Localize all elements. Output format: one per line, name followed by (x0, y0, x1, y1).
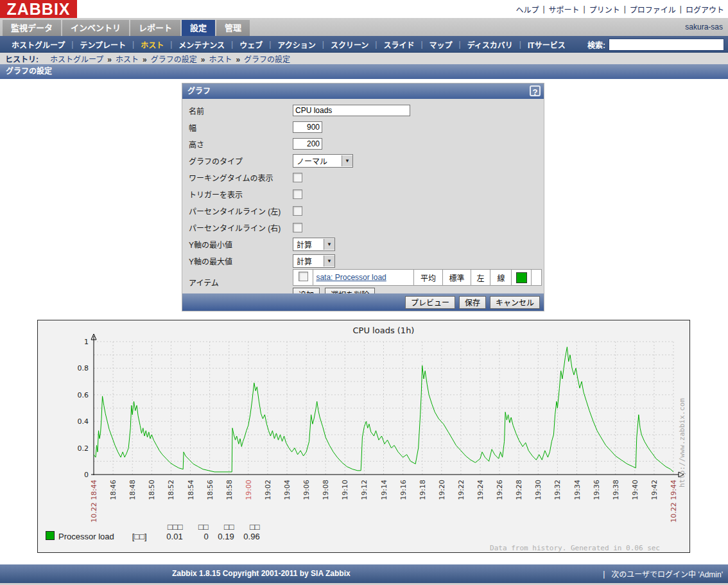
percentile-right-checkbox[interactable] (293, 223, 302, 232)
name-input[interactable] (293, 105, 410, 116)
dialog-title: グラフ (187, 87, 211, 96)
footer-login-status: | 次のユーザでログイン中 'Admin' (603, 564, 723, 583)
y-min-label: Y軸の最小値 (189, 239, 293, 250)
show-triggers-checkbox[interactable] (293, 189, 302, 199)
menu-item-ITサービス[interactable]: ITサービス (521, 39, 572, 50)
svg-text:18:52: 18:52 (167, 480, 175, 500)
svg-text:18:50: 18:50 (148, 480, 156, 500)
tab-管理[interactable]: 管理 (216, 20, 250, 36)
item-checkbox[interactable] (299, 272, 308, 281)
cancel-button[interactable]: キャンセル (490, 296, 540, 309)
items-table: sata: Processor load 平均 標準 左 線 (293, 269, 542, 286)
top-link[interactable]: プリント (589, 4, 620, 15)
link-separator: | (624, 4, 626, 13)
svg-text:1: 1 (84, 338, 89, 346)
menu-item-ディスカバリ[interactable]: ディスカバリ (461, 39, 519, 50)
tab-レポート[interactable]: レポート (130, 20, 180, 36)
menu-item-スクリーン[interactable]: スクリーン (324, 39, 375, 50)
width-input[interactable] (293, 121, 322, 133)
item-link[interactable]: sata: Processor load (316, 273, 386, 282)
menu-item-マップ[interactable]: マップ (423, 39, 459, 50)
top-links: ヘルプ|サポート|プリント|プロファイル|ログアウト (516, 0, 724, 18)
chevron-down-icon: ▼ (324, 256, 334, 266)
breadcrumb-link[interactable]: グラフの設定 (244, 55, 290, 64)
table-row: sata: Processor load 平均 標準 左 線 (293, 270, 542, 286)
menu-item-アクション[interactable]: アクション (271, 39, 322, 50)
width-label: 幅 (189, 122, 293, 133)
item-function: 平均 (413, 270, 442, 286)
menu-item-ホストグループ[interactable]: ホストグループ (5, 39, 71, 50)
search-input[interactable] (609, 39, 724, 51)
height-input[interactable] (293, 138, 322, 150)
chart-legend: Processor load [□□] □□□0.01□□0□□0.19□□0.… (46, 522, 260, 541)
top-link[interactable]: プロファイル (630, 4, 676, 15)
item-extra-cell (532, 270, 542, 286)
cpu-load-chart: CPU loads (1h)00.20.40.60.8110.22 18:441… (38, 320, 689, 552)
legend-stat-value: 0.96 (243, 532, 259, 541)
page-title: グラフの設定 (0, 64, 728, 79)
zabbix-watermark: http://www.zabbix.com (678, 359, 688, 526)
breadcrumb-separator: » (107, 55, 112, 64)
breadcrumb-link[interactable]: ホスト (209, 55, 232, 64)
legend-stat-value: 0.01 (166, 532, 182, 541)
breadcrumb-label: ヒストリ: (5, 53, 39, 64)
y-min-select[interactable]: 計算 ▼ (293, 238, 335, 251)
breadcrumb-link[interactable]: グラフの設定 (151, 55, 197, 64)
help-icon[interactable]: ? (530, 85, 541, 96)
svg-text:19:28: 19:28 (515, 480, 523, 500)
sub-menu: ホストグループ|テンプレート|ホスト|メンテナンス|ウェブ|アクション|スクリー… (5, 36, 572, 53)
menu-item-テンプレート[interactable]: テンプレート (73, 39, 132, 50)
server-name: sakura-sas (685, 18, 723, 36)
footer-copyright: Zabbix 1.8.15 Copyright 2001-2011 by SIA… (172, 564, 351, 583)
svg-text:19:30: 19:30 (534, 480, 542, 500)
sub-menu-bar: ホストグループ|テンプレート|ホスト|メンテナンス|ウェブ|アクション|スクリー… (0, 36, 728, 53)
legend-stat-value: 0.19 (218, 532, 234, 541)
svg-text:19:02: 19:02 (264, 480, 272, 500)
tab-設定[interactable]: 設定 (182, 20, 215, 36)
svg-text:19:16: 19:16 (399, 480, 408, 500)
graph-type-select[interactable]: ノーマル ▼ (293, 154, 353, 168)
main-tabs: 監視データインベントリレポート設定管理 (3, 20, 250, 36)
svg-text:0.4: 0.4 (78, 417, 89, 426)
svg-text:19:04: 19:04 (283, 480, 291, 500)
top-link[interactable]: ログアウト (686, 4, 724, 15)
chart-footnote: Data from history. Generated in 0.06 sec (490, 544, 660, 552)
svg-text:18:58: 18:58 (225, 480, 234, 500)
chevron-down-icon: ▼ (342, 155, 352, 166)
svg-text:CPU loads (1h): CPU loads (1h) (353, 326, 415, 335)
legend-stat-header: □□ (198, 522, 209, 532)
breadcrumb-link[interactable]: ホスト (116, 55, 139, 64)
y-max-value: 計算 (293, 256, 324, 266)
link-separator: | (584, 4, 585, 13)
preview-button[interactable]: プレビュー (405, 296, 455, 309)
svg-text:19:40: 19:40 (631, 480, 639, 500)
y-max-label: Y軸の最大値 (189, 256, 293, 266)
link-separator: | (542, 4, 544, 13)
top-link[interactable]: サポート (549, 4, 580, 15)
svg-text:0.6: 0.6 (78, 391, 89, 399)
menu-item-メンテナンス[interactable]: メンテナンス (172, 39, 231, 50)
login-status-text: 次のユーザでログイン中 'Admin' (611, 568, 723, 579)
top-bar: ZABBIX ヘルプ|サポート|プリント|プロファイル|ログアウト (0, 0, 728, 18)
svg-text:19:22: 19:22 (457, 480, 465, 500)
svg-text:19:20: 19:20 (438, 480, 446, 500)
svg-text:19:38: 19:38 (612, 480, 620, 500)
working-time-checkbox[interactable] (293, 173, 302, 182)
top-link[interactable]: ヘルプ (516, 4, 539, 15)
menu-item-ウェブ[interactable]: ウェブ (233, 39, 269, 50)
legend-stat-column: □□□0.01 (157, 522, 183, 541)
legend-swatch (46, 531, 55, 540)
menu-item-ホスト[interactable]: ホスト (134, 39, 170, 50)
breadcrumb: ヒストリ: ホストグループ»ホスト»グラフの設定»ホスト»グラフの設定 (0, 53, 728, 64)
legend-stat-column: □□0 (183, 522, 209, 541)
working-time-label: ワーキングタイムの表示 (189, 172, 293, 183)
tab-監視データ[interactable]: 監視データ (3, 20, 61, 36)
tab-インベントリ[interactable]: インベントリ (62, 20, 129, 36)
item-color-swatch[interactable] (516, 272, 527, 283)
y-max-select[interactable]: 計算 ▼ (293, 254, 335, 268)
save-button[interactable]: 保存 (459, 296, 486, 309)
menu-item-スライド[interactable]: スライド (377, 39, 420, 50)
breadcrumb-link[interactable]: ホストグループ (50, 55, 103, 64)
percentile-left-checkbox[interactable] (293, 206, 302, 216)
legend-scope: [□□] (132, 532, 147, 541)
